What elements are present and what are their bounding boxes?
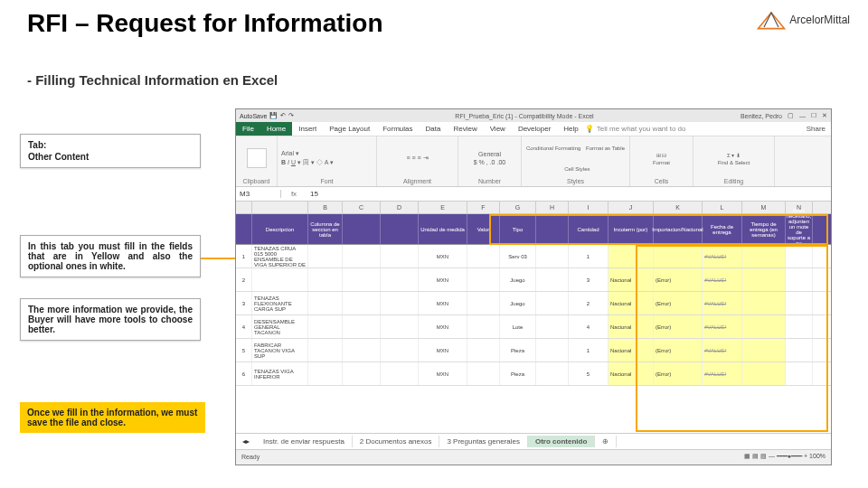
table-row[interactable]: 1TENAZAS CRUA 015 5000 ENSAMBLE DE VIGA …: [236, 245, 831, 268]
tab-review[interactable]: Review: [447, 122, 483, 136]
undo-icon[interactable]: ↶: [280, 112, 286, 119]
data-rows: 1TENAZAS CRUA 015 5000 ENSAMBLE DE VIGA …: [236, 245, 831, 386]
tab-pagelayout[interactable]: Page Layout: [323, 122, 376, 136]
group-editing: Editing: [697, 178, 770, 184]
tell-me[interactable]: Tell me what you want to do: [597, 125, 686, 133]
group-number: Number: [462, 178, 517, 184]
connector-line: [201, 258, 235, 259]
group-font: Font: [281, 178, 373, 184]
grid[interactable]: BC DE FG HI JK LM N Descripcion Columna …: [236, 202, 831, 433]
callout-tab-label: Tab:: [28, 140, 193, 150]
excel-window: AutoSave 💾 ↶ ↷ RFI_Prueba_Eric (1) - Com…: [235, 108, 832, 465]
callout-desc1: In this tab you must fill in the fields …: [20, 235, 201, 277]
column-headers: BC DE FG HI JK LM N: [236, 202, 831, 214]
user-name: Benitez, Pedro: [741, 113, 782, 119]
maximize-icon[interactable]: ☐: [811, 112, 816, 119]
tab-formulas[interactable]: Formulas: [376, 122, 419, 136]
formula-input[interactable]: 15: [307, 190, 831, 198]
tab-data[interactable]: Data: [420, 122, 448, 136]
view-pagelayout-icon[interactable]: ▤: [752, 453, 759, 459]
data-headers: Descripcion Columna de seccion en tabla …: [236, 214, 831, 245]
ribbon-options-icon[interactable]: ▢: [788, 112, 794, 119]
number-format[interactable]: General: [478, 151, 501, 157]
sheet-nav-icon[interactable]: ◂▸: [236, 437, 256, 446]
callout-tab-name: Other Content: [28, 152, 89, 162]
add-sheet-icon[interactable]: ⊕: [595, 436, 617, 447]
callout-final: Once we fill in the information, we must…: [20, 402, 205, 433]
cond-fmt-button[interactable]: Conditional Formatting: [526, 145, 580, 151]
status-bar: Ready ▦ ▤ ▧ — ━━━●━━━ + 100%: [236, 449, 831, 463]
formula-bar: M3 fx 15: [236, 187, 831, 202]
slide-title: RFI – Request for Information: [27, 9, 383, 38]
group-clipboard: Clipboard: [240, 178, 273, 184]
zoom-level[interactable]: 100%: [809, 453, 826, 459]
table-row[interactable]: 4DESENSAMBLE GENERAL TACANONMXNLote4Naci…: [236, 315, 831, 339]
font-name[interactable]: Arial: [281, 150, 294, 156]
view-pagebreak-icon[interactable]: ▧: [760, 453, 767, 459]
sheet-tab-3[interactable]: 3 Preguntas generales: [439, 436, 528, 447]
sheet-tab-4[interactable]: Otro contenido: [528, 436, 595, 447]
view-normal-icon[interactable]: ▦: [744, 453, 750, 459]
table-row[interactable]: 3TENAZAS FLEXIONANTE CARGA SUPMXNJuego2N…: [236, 292, 831, 315]
autosave-label: AutoSave: [240, 113, 267, 119]
save-icon[interactable]: 💾: [269, 112, 278, 119]
table-row[interactable]: 2MXNJuego3Nacional(Error)#VALUE!: [236, 268, 831, 292]
share-button[interactable]: Share: [807, 125, 831, 133]
sheet-tabs: ◂▸ Instr. de enviar respuesta 2 Document…: [236, 433, 831, 449]
format-button[interactable]: Format: [653, 160, 670, 165]
ribbon-tabs: File Home Insert Page Layout Formulas Da…: [236, 122, 831, 136]
minimize-icon[interactable]: —: [799, 113, 806, 119]
slide-subtitle: - Filling Technical Information en Excel: [27, 72, 278, 88]
arcelormittal-mark-icon: [757, 9, 786, 31]
tab-help[interactable]: Help: [557, 122, 584, 136]
find-button[interactable]: Find & Select: [718, 160, 750, 165]
redo-icon[interactable]: ↷: [288, 112, 294, 119]
close-icon[interactable]: ✕: [822, 112, 827, 119]
tab-file[interactable]: File: [236, 122, 260, 136]
table-row[interactable]: 6TENAZAS VIGA INFERIORMXNPieza5Nacional(…: [236, 362, 831, 386]
sheet-tab-1[interactable]: Instr. de enviar respuesta: [256, 436, 353, 447]
group-cells: Cells: [634, 178, 689, 184]
callout-tab: Tab: Other Content: [20, 134, 201, 168]
tab-view[interactable]: View: [484, 122, 512, 136]
table-row[interactable]: 5FABRICAR TACANON VIGA SUPMXNPieza1Nacio…: [236, 339, 831, 362]
tab-insert[interactable]: Insert: [292, 122, 323, 136]
group-alignment: Alignment: [381, 178, 454, 184]
doc-title: RFI_Prueba_Eric (1) - Compatibility Mode…: [354, 113, 695, 119]
sheet-tab-2[interactable]: 2 Documentos anexos: [353, 436, 440, 447]
name-box[interactable]: M3: [236, 190, 281, 198]
cell-styles-button[interactable]: Cell Styles: [564, 166, 590, 172]
fmt-table-button[interactable]: Format as Table: [586, 145, 625, 151]
tab-developer[interactable]: Developer: [512, 122, 557, 136]
group-styles: Styles: [525, 178, 626, 184]
fx-icon[interactable]: fx: [281, 190, 307, 198]
callout-desc2: The more information we provide, the Buy…: [20, 298, 201, 341]
lightbulb-icon: 💡: [585, 125, 594, 133]
ribbon: Clipboard Arial ▾ B I U ▾ 田 ▾ ◇ A ▾ Font…: [236, 136, 831, 187]
paste-icon[interactable]: [247, 148, 267, 168]
status-text: Ready: [241, 454, 259, 460]
brand-logo: ArcelorMittal: [757, 9, 850, 31]
titlebar: AutoSave 💾 ↶ ↷ RFI_Prueba_Eric (1) - Com…: [236, 109, 831, 122]
tab-home[interactable]: Home: [260, 122, 292, 136]
brand-name: ArcelorMittal: [789, 14, 850, 26]
